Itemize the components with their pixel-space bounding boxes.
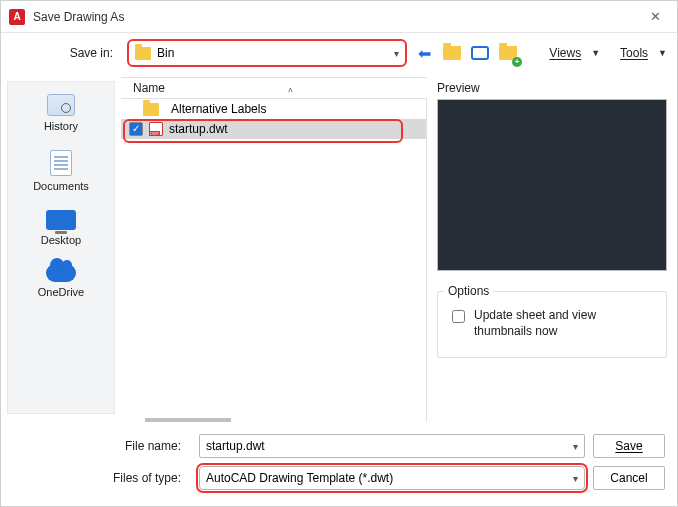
save-in-combo[interactable]: Bin ▾ xyxy=(127,39,407,67)
list-item[interactable]: ✓ startup.dwt xyxy=(121,119,426,139)
history-icon xyxy=(47,94,75,116)
update-thumbnails-label: Update sheet and view thumbnails now xyxy=(474,308,656,339)
list-item[interactable]: Alternative Labels xyxy=(121,99,426,119)
close-button[interactable]: ✕ xyxy=(641,3,669,31)
chevron-down-icon: ▾ xyxy=(394,48,399,59)
desktop-icon xyxy=(46,210,76,230)
places-label: OneDrive xyxy=(38,286,84,298)
up-one-level-button[interactable] xyxy=(441,42,463,64)
blue-rect-icon xyxy=(471,46,489,60)
filename-combo[interactable]: startup.dwt ▾ xyxy=(199,434,585,458)
main-area: History Documents Desktop OneDrive xyxy=(1,73,677,422)
scrollbar-horizontal[interactable] xyxy=(145,418,231,422)
file-list[interactable]: Alternative Labels ✓ startup.dwt xyxy=(121,99,427,422)
titlebar: A Save Drawing As ✕ xyxy=(1,1,677,33)
filename-label: File name: xyxy=(1,439,191,453)
tools-menu[interactable]: Tools xyxy=(620,46,648,60)
onedrive-icon xyxy=(46,264,76,282)
chevron-down-icon: ▾ xyxy=(573,473,578,484)
create-new-folder-button[interactable]: + xyxy=(497,42,519,64)
arrow-left-icon: ⬅ xyxy=(418,44,431,63)
places-label: Desktop xyxy=(41,234,81,246)
bottom-panel: File name: startup.dwt ▾ Save Files of t… xyxy=(1,422,677,506)
folder-icon xyxy=(143,103,159,116)
places-onedrive[interactable]: OneDrive xyxy=(8,264,114,298)
save-in-value: Bin xyxy=(157,46,394,60)
file-list-panel: Name ʌ Alternative Labels ✓ startup.dwt xyxy=(121,73,427,422)
places-label: Documents xyxy=(33,180,89,192)
save-button[interactable]: Save xyxy=(593,434,665,458)
places-history[interactable]: History xyxy=(8,94,114,132)
dwt-file-icon xyxy=(149,122,163,136)
options-label: Options xyxy=(444,284,493,298)
preview-box xyxy=(437,99,667,271)
places-desktop[interactable]: Desktop xyxy=(8,210,114,246)
app-icon: A xyxy=(9,9,25,25)
views-menu[interactable]: Views xyxy=(549,46,581,60)
list-item-label: Alternative Labels xyxy=(171,102,266,116)
filetype-label: Files of type: xyxy=(1,471,191,485)
filename-value: startup.dwt xyxy=(206,439,265,453)
cancel-button[interactable]: Cancel xyxy=(593,466,665,490)
documents-icon xyxy=(50,150,72,176)
back-button[interactable]: ⬅ xyxy=(413,42,435,64)
save-drawing-as-dialog: A Save Drawing As ✕ Save in: Bin ▾ ⬅ + V… xyxy=(0,0,678,507)
chevron-down-icon: ▼ xyxy=(658,48,667,58)
chevron-down-icon: ▾ xyxy=(573,441,578,452)
folder-icon xyxy=(135,47,151,60)
preview-label: Preview xyxy=(437,81,667,95)
sort-indicator-icon: ʌ xyxy=(288,85,293,94)
places-label: History xyxy=(44,120,78,132)
column-name-label: Name xyxy=(133,81,165,95)
save-in-label: Save in: xyxy=(1,46,121,60)
update-thumbnails-checkbox[interactable] xyxy=(452,310,465,323)
toolbar-row: Save in: Bin ▾ ⬅ + Views ▼ Tools ▼ xyxy=(1,33,677,73)
folder-up-icon xyxy=(443,46,461,60)
plus-badge-icon: + xyxy=(512,57,522,67)
list-item-label: startup.dwt xyxy=(169,122,228,136)
right-panel: Preview Options Update sheet and view th… xyxy=(427,73,677,422)
close-icon: ✕ xyxy=(650,9,661,24)
places-bar: History Documents Desktop OneDrive xyxy=(1,73,121,422)
places-documents[interactable]: Documents xyxy=(8,150,114,192)
options-group: Options Update sheet and view thumbnails… xyxy=(437,291,667,358)
checkbox-icon[interactable]: ✓ xyxy=(129,122,143,136)
dialog-title: Save Drawing As xyxy=(33,10,124,24)
chevron-down-icon: ▼ xyxy=(591,48,600,58)
column-name[interactable]: Name ʌ xyxy=(133,81,253,95)
filetype-combo[interactable]: AutoCAD Drawing Template (*.dwt) ▾ xyxy=(199,466,585,490)
filetype-value: AutoCAD Drawing Template (*.dwt) xyxy=(206,471,393,485)
list-header[interactable]: Name ʌ xyxy=(121,77,427,99)
search-web-button[interactable] xyxy=(469,42,491,64)
